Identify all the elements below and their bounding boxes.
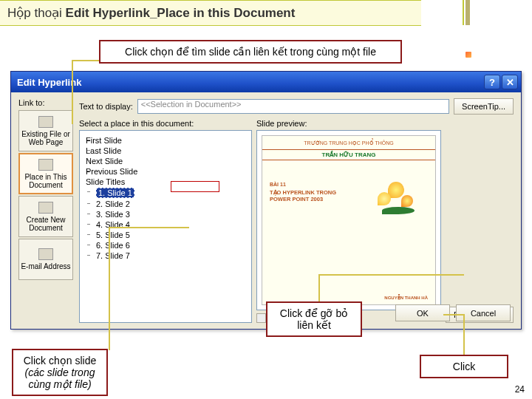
- tree-slide-3[interactable]: 3. Slide 3: [83, 209, 248, 219]
- leader-line-1: [71, 59, 115, 126]
- tree-slide-1[interactable]: 1. Slide 1: [83, 187, 248, 199]
- text-to-display-row: Text to display: <<Selection in Document…: [79, 98, 514, 115]
- link-to-column: Link to: Existing File orWeb Page Place …: [18, 98, 73, 323]
- tree-slide-titles[interactable]: Slide Titles: [83, 177, 248, 187]
- email-icon: [38, 248, 53, 260]
- leader-line-4: [442, 313, 471, 358]
- new-document-icon: [38, 202, 53, 214]
- linkto-place-in-document[interactable]: Place in ThisDocument: [18, 153, 73, 194]
- show-and-return-checkbox: [256, 313, 266, 323]
- slide-topic-1: TẠO HYPERLINK TRONG: [270, 189, 336, 196]
- linkto-create-a: Create New: [27, 216, 66, 224]
- leader-line-3: [318, 273, 466, 304]
- linkto-email[interactable]: E-mail Address: [18, 239, 73, 280]
- decor-dot: [466, 52, 474, 61]
- linkto-place-b: Document: [29, 181, 63, 189]
- globe-file-icon: [38, 116, 53, 128]
- linkto-email-label: E-mail Address: [21, 262, 70, 270]
- tree-slide-2[interactable]: 2. Slide 2: [83, 199, 248, 209]
- linkto-create-b: Document: [29, 224, 63, 232]
- linkto-existing-b: Web Page: [29, 138, 64, 146]
- callout-choose-slide: Click chọn slide (các slide trong cùng m…: [12, 349, 108, 396]
- tree-first-slide[interactable]: First Slide: [83, 135, 248, 146]
- close-button[interactable]: ✕: [502, 75, 518, 89]
- callout-find-slide: Click chọn để tìm slide cần liên kết tro…: [99, 40, 402, 64]
- linkto-existing-a: Existing File or: [21, 130, 70, 138]
- text-to-display-input[interactable]: <<Selection in Document>>: [137, 99, 449, 114]
- page-title-prefix: Hộp thoại: [7, 6, 66, 20]
- page-number: 24: [515, 384, 525, 395]
- linkto-existing-file[interactable]: Existing File orWeb Page: [18, 110, 73, 151]
- slide-header-2: TRẦN HỮU TRANG: [262, 149, 435, 160]
- decor-bar: [466, 0, 470, 25]
- tree-slide-1-label: 1. Slide 1: [96, 188, 134, 198]
- screentip-button[interactable]: ScreenTip...: [454, 98, 514, 115]
- slide-preview-label: Slide preview:: [256, 119, 441, 128]
- page-title: Hộp thoại Edit Hyperlink_Place in this D…: [0, 0, 421, 26]
- tree-last-slide[interactable]: Last Slide: [83, 146, 248, 156]
- link-to-label: Link to:: [18, 98, 73, 107]
- callout-remove-link: Click để gỡ bỏ liên kết: [266, 301, 362, 337]
- slide-lesson: BÀI 11: [270, 182, 286, 187]
- document-place-icon: [38, 159, 53, 171]
- page-title-bold: Edit Hyperlink_Place in this Document: [66, 6, 296, 20]
- flower-icon: [372, 173, 423, 217]
- linkto-create-new[interactable]: Create NewDocument: [18, 196, 73, 237]
- leader-line-2: [108, 226, 197, 352]
- linkto-place-a: Place in This: [24, 173, 66, 181]
- slide-header-1: TRƯỜNG TRUNG HỌC PHỔ THÔNG: [262, 140, 435, 146]
- slide-topic-2: POWER POINT 2003: [270, 196, 323, 202]
- help-button[interactable]: ?: [484, 75, 500, 89]
- decor-bar-2: [463, 0, 464, 25]
- tree-previous-slide[interactable]: Previous Slide: [83, 166, 248, 177]
- callout-choose-slide-b: (các slide trong cùng một file): [25, 366, 95, 390]
- slide-topic: TẠO HYPERLINK TRONGPOWER POINT 2003: [270, 189, 336, 202]
- callout-click-ok: Click: [420, 355, 508, 378]
- callout-choose-slide-a: Click chọn slide: [24, 355, 96, 366]
- tree-next-slide[interactable]: Next Slide: [83, 156, 248, 166]
